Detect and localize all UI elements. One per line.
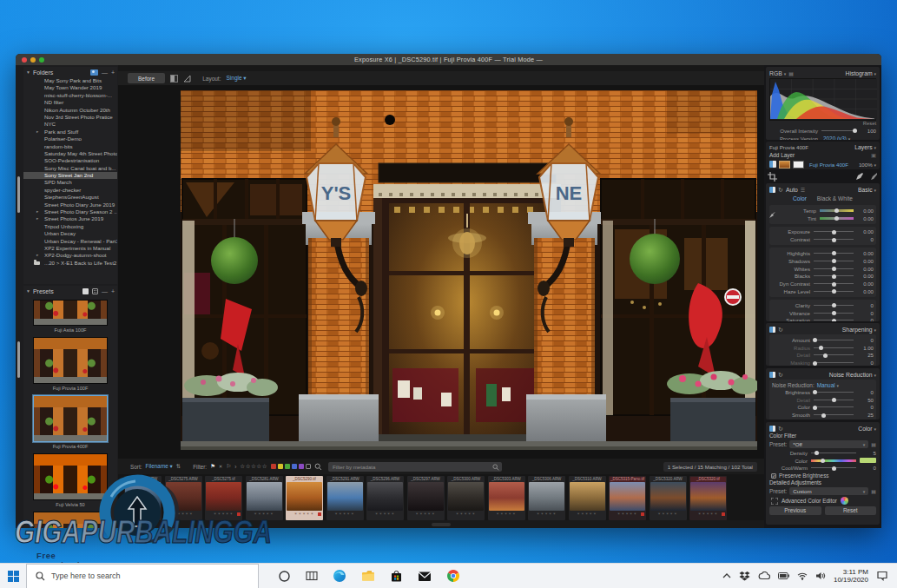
color-label-chip[interactable] xyxy=(306,464,311,469)
thumbnail-image[interactable] xyxy=(610,482,645,511)
slider-track[interactable] xyxy=(814,281,854,287)
pen-icon[interactable] xyxy=(855,172,864,181)
expand-arrow-icon[interactable]: ▸ xyxy=(36,252,38,259)
preset-menu-icon[interactable]: ▤ xyxy=(871,441,876,447)
slider-handle[interactable] xyxy=(821,413,826,418)
slider-handle[interactable] xyxy=(832,251,836,255)
slider-track[interactable] xyxy=(814,336,854,343)
layer-mask[interactable] xyxy=(793,161,804,168)
slider-handle[interactable] xyxy=(832,259,836,263)
sidebar-folder-item[interactable]: Tripod Unboxing xyxy=(23,223,117,230)
edge-icon[interactable] xyxy=(333,569,346,583)
slider-handle[interactable] xyxy=(832,238,836,242)
color-label-chip[interactable] xyxy=(278,464,283,469)
slider-handle[interactable] xyxy=(813,361,817,366)
expand-arrow-icon[interactable]: ▸ xyxy=(36,215,38,222)
color-label-chip[interactable] xyxy=(285,464,290,469)
slider-handle[interactable] xyxy=(819,346,823,350)
sidebar-folder-item[interactable]: Urban Decay - Renewal - Part1 xyxy=(23,238,117,245)
slider-track[interactable] xyxy=(814,257,854,264)
sidebar-folder-item[interactable]: Urban Decay xyxy=(23,230,117,237)
preset-thumbnail[interactable] xyxy=(33,512,108,528)
reset-panel-icon[interactable]: ↻ xyxy=(778,327,783,333)
sidebar-folder-item[interactable]: random-bits xyxy=(23,143,117,150)
histogram-reset[interactable]: Reset xyxy=(769,121,876,127)
sidebar-folder-item[interactable]: NYC xyxy=(23,121,117,128)
cortana-icon[interactable] xyxy=(278,570,291,583)
thumbnail-stars[interactable]: ✶✶✶✶✶ xyxy=(206,511,241,517)
collapse-panel-icon[interactable]: — xyxy=(102,288,108,294)
previous-button[interactable]: Previous xyxy=(769,506,821,515)
slider-track[interactable] xyxy=(814,228,854,235)
layers-title[interactable]: Layers ▾ xyxy=(854,144,876,150)
sidebar-folder-item[interactable]: ▸XP2-Dodgy-autumn-shoot xyxy=(23,252,117,259)
sidebar-folder-item[interactable]: ▸Street Photos June 2019 xyxy=(23,215,117,222)
traffic-lights[interactable] xyxy=(22,57,44,63)
white-balance-dropper-icon[interactable] xyxy=(768,212,775,219)
filmstrip-thumbnail[interactable]: _DSC5296.ARW✶✶✶✶✶ xyxy=(366,476,404,520)
chrome-icon[interactable] xyxy=(446,569,460,583)
thumbnail-image[interactable] xyxy=(327,482,363,511)
filmstrip-thumbnail[interactable]: _DSC5303.ARW✶✶✶✶✶ xyxy=(488,476,525,520)
thumbnail-image[interactable] xyxy=(570,482,605,511)
add-folder-icon[interactable]: + xyxy=(111,69,115,76)
slider-track[interactable] xyxy=(820,207,854,214)
rating-operator-icon[interactable]: › xyxy=(234,464,236,470)
sidebar-folder-item[interactable]: Sony Misc Canal boat and b... xyxy=(23,165,117,172)
slider-handle[interactable] xyxy=(813,390,817,394)
thumbnail-stars[interactable]: ✶✶✶✶✶ xyxy=(690,511,726,517)
sidebar-folder-item[interactable]: XP2 Experiments in Manual xyxy=(23,245,117,252)
action-center-icon[interactable] xyxy=(876,571,888,581)
filmstrip-thumbnail[interactable]: _DSC5290.tif✶✶✶✶✶ xyxy=(286,476,323,520)
slider-track[interactable] xyxy=(814,404,854,411)
tab-color[interactable]: Color xyxy=(793,195,807,202)
blend-icon[interactable] xyxy=(769,161,776,168)
filmstrip-thumbnail[interactable]: _DSC5274.ARW✶✶✶✶✶ xyxy=(124,476,162,520)
sidebar-folder-item[interactable]: ...20 > X-E1 Back to Life Test2 xyxy=(23,260,117,267)
sort-direction-icon[interactable]: ⇅ xyxy=(176,463,181,470)
wifi-icon[interactable] xyxy=(797,572,808,580)
reset-panel-icon[interactable]: ↻ xyxy=(778,426,783,432)
expand-arrow-icon[interactable]: ▸ xyxy=(36,208,38,215)
slider-handle[interactable] xyxy=(832,303,836,307)
intensity-slider[interactable] xyxy=(821,127,856,134)
slider-handle[interactable] xyxy=(832,289,836,294)
start-button[interactable] xyxy=(0,564,26,588)
zoom-icon[interactable] xyxy=(39,57,44,63)
grid-view-icon[interactable] xyxy=(82,288,89,294)
histogram-title[interactable]: Histogram ▾ xyxy=(846,70,876,76)
title-bar[interactable]: Exposure X6 | _DSC5290.tif | Fuji Provia… xyxy=(16,54,881,65)
preset-item[interactable]: Fuji Provia 400F xyxy=(27,395,114,450)
thumbnail-image[interactable] xyxy=(125,482,161,511)
presets-scrollbar[interactable] xyxy=(17,341,20,378)
slider-track[interactable] xyxy=(814,388,854,395)
process-version-select[interactable]: 2020 (v3) ▾ xyxy=(823,135,850,140)
color-filter-preset-select[interactable]: *Off▾ xyxy=(789,440,868,448)
flag-reject-icon[interactable]: ✕ xyxy=(219,464,223,469)
slider-handle[interactable] xyxy=(821,459,825,463)
preset-thumbnail[interactable] xyxy=(33,395,108,442)
minimize-icon[interactable] xyxy=(30,57,36,63)
thumbnail-image[interactable] xyxy=(247,482,282,511)
basic-menu-icon[interactable]: ☰ xyxy=(801,187,805,193)
thumbnail-image[interactable] xyxy=(206,482,241,511)
advanced-color-editor-button[interactable]: Advanced Color Editor xyxy=(782,498,837,504)
sidebar-folder-item[interactable]: ▸Street Photo Diary Season 2 ... xyxy=(23,208,117,215)
taskbar-search[interactable]: Type here to search xyxy=(26,564,259,588)
thumbnail-stars[interactable]: ✶✶✶✶✶ xyxy=(610,511,645,517)
slider-handle[interactable] xyxy=(815,451,819,455)
slider-track[interactable] xyxy=(811,457,856,464)
sidebar-folder-item[interactable]: Street Photo Diary June 2019 xyxy=(23,202,117,208)
collapse-caret-icon[interactable]: ▼ xyxy=(26,69,30,75)
reset-button[interactable]: Reset xyxy=(825,506,877,515)
slider-track[interactable] xyxy=(814,352,854,359)
thumbnail-image[interactable] xyxy=(529,482,564,511)
channel-select[interactable]: RGB ▾ xyxy=(769,70,786,76)
panel-toggle-icon[interactable] xyxy=(769,187,775,193)
slider-track[interactable] xyxy=(814,250,854,257)
layer-row[interactable]: Fuji Provia 400F 100% ▾ xyxy=(769,159,876,169)
slider-handle[interactable] xyxy=(813,338,817,342)
color-wheel-icon[interactable] xyxy=(841,497,848,505)
thumbnail-stars[interactable]: ✶✶✶✶✶ xyxy=(489,511,524,517)
expand-arrow-icon[interactable]: ▸ xyxy=(36,129,38,135)
